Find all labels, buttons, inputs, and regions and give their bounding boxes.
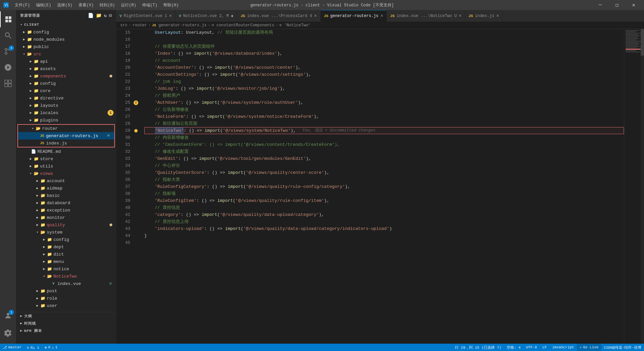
tree-item-noticetwo[interactable]: ▾ 📂 NoticeTwo: [16, 273, 116, 280]
tree-item-aidmap[interactable]: ▶ 📁 aidmap: [16, 185, 116, 192]
tree-item-noticetwo-index[interactable]: V index.vue U: [16, 280, 116, 287]
new-folder-icon[interactable]: 📁: [96, 13, 102, 18]
tab-indexvue-processcard[interactable]: JS index.vue ...\ProcessCard 4 ×: [237, 10, 320, 22]
status-sync[interactable]: ↻ 0△ 1: [24, 344, 42, 351]
title-bar-menu[interactable]: 文件(F) 编辑(E) 选择(S) 查看(V) 转到(G) 运行(R) 终端(T…: [12, 2, 181, 9]
gutter-28: [133, 120, 139, 127]
new-file-icon[interactable]: 📄: [88, 13, 94, 18]
status-encoding[interactable]: UTF-8: [523, 344, 540, 351]
tree-item-node-modules[interactable]: ▶ 📁 node_modules: [16, 36, 116, 43]
tree-item-assets[interactable]: ▶ 📁 assets: [16, 65, 116, 72]
breadcrumb-src[interactable]: src: [120, 23, 128, 28]
tree-item-monitor[interactable]: ▶ 📁 monitor: [16, 214, 116, 221]
tree-item-post[interactable]: ▶ 📁 post: [16, 287, 116, 295]
tab-close[interactable]: ×: [314, 14, 317, 18]
sidebar-actions[interactable]: 📄 📁 ↻ ⊟: [88, 13, 112, 18]
tree-item-src-config[interactable]: ▶ 📁 config: [16, 80, 116, 87]
tree-item-api[interactable]: ▶ 📁 api: [16, 58, 116, 65]
tab-bar[interactable]: V RightContent.vue 1 × V NoticeIcon.vue …: [116, 10, 644, 22]
tree-item-sys-config[interactable]: ▶ 📁 config: [16, 236, 116, 243]
tree-item-components[interactable]: ▶ 📁 components: [16, 72, 116, 80]
breadcrumb-constant[interactable]: ⊙ constantRouterComponents: [212, 23, 274, 28]
tree-item-account[interactable]: ▶ 📁 account: [16, 177, 116, 185]
tab-close[interactable]: ×: [169, 14, 172, 18]
activity-search[interactable]: [0, 27, 16, 43]
tree-item-index-js[interactable]: JS index.js: [18, 139, 114, 147]
tree-item-menu[interactable]: ▶ 📁 menu: [16, 258, 116, 265]
tree-item-quality[interactable]: ▶ 📁 quality: [16, 221, 116, 229]
tree-item-system[interactable]: ▾ 📂 system: [16, 229, 116, 236]
status-spaces[interactable]: 空格: 4: [504, 344, 523, 351]
activity-git[interactable]: 4: [0, 43, 16, 59]
tree-item-src[interactable]: ▾ 📂 src: [16, 50, 116, 58]
tree-item-public[interactable]: ▶ 📁 public: [16, 43, 116, 50]
tab-close[interactable]: ×: [380, 14, 383, 18]
status-position[interactable]: 行 29，列 15 (已选择 7): [452, 344, 504, 351]
menu-terminal[interactable]: 终端(T): [140, 2, 160, 9]
tab-indexvue-noticetwo[interactable]: JS index.vue ...\NoticeTwo U ×: [387, 10, 465, 22]
activity-account[interactable]: 1: [0, 308, 16, 324]
status-language[interactable]: JavaScript: [549, 344, 577, 351]
tree-item-locales[interactable]: ▶ 📁 locales 1: [16, 109, 116, 116]
tab-noticeicon[interactable]: V NoticeIcon.vue 2, M ●: [176, 10, 237, 22]
tree-item-databoard[interactable]: ▶ 📁 databoard: [16, 199, 116, 207]
tree-item-config[interactable]: ▶ 📁 config: [16, 28, 116, 36]
code-content[interactable]: UserLayout: UserLayout, // 登陆注册页面的通用布局 /…: [139, 29, 624, 344]
tree-item-role[interactable]: ▶ 📁 role: [16, 295, 116, 302]
status-go-live[interactable]: ⚡ Go Live: [577, 344, 601, 351]
tree-item-utils[interactable]: ▶ 📁 utils: [16, 162, 116, 170]
tab-close[interactable]: ●: [231, 14, 233, 18]
menu-edit[interactable]: 编辑(E): [33, 2, 54, 9]
tree-item-basic[interactable]: ▶ 📁 basic: [16, 192, 116, 199]
tree-item-npm[interactable]: ▶ NPM 脚本: [16, 327, 116, 334]
tree-item-exception[interactable]: ▶ 📁 exception: [16, 207, 116, 214]
tree-item-router[interactable]: ▾ 📂 router: [18, 125, 114, 132]
tab-close[interactable]: ×: [496, 14, 499, 18]
tree-item-dept[interactable]: ▶ 📁 dept: [16, 243, 116, 251]
status-csdn[interactable]: CSDN@传送·结作·佳博: [601, 344, 644, 351]
activity-extensions[interactable]: [0, 75, 16, 91]
refresh-icon[interactable]: ↻: [104, 13, 107, 18]
breadcrumb-router[interactable]: router: [133, 23, 147, 28]
menu-run[interactable]: 运行(R): [118, 2, 139, 9]
tree-item-timeline[interactable]: ▶ 时间线: [16, 320, 116, 327]
menu-help[interactable]: 帮助(H): [161, 2, 181, 9]
tree-item-user[interactable]: ▶ 📁 user: [16, 302, 116, 309]
activity-settings[interactable]: [0, 325, 16, 341]
tree-item-dict[interactable]: ▶ 📁 dict: [16, 251, 116, 258]
minimize-button[interactable]: ─: [593, 0, 608, 10]
tab-close[interactable]: ×: [459, 14, 461, 18]
tree-item-readme[interactable]: 📄 README.md: [16, 148, 116, 155]
tree-item-plugins[interactable]: ▶ 📁 plugins: [16, 116, 116, 124]
tree-item-outline[interactable]: ▶ 大纲: [16, 312, 116, 320]
tree-item-store[interactable]: ▶ 📁 store: [16, 155, 116, 162]
menu-goto[interactable]: 转到(G): [97, 2, 118, 9]
tree-item-core[interactable]: ▶ 📁 core: [16, 87, 116, 94]
title-bar-controls[interactable]: ─ ◻ ✕: [593, 0, 641, 10]
scrollbar-thumb[interactable]: [641, 29, 644, 56]
tab-generator-routers[interactable]: JS generator-routers.js ×: [321, 10, 387, 22]
collapse-icon[interactable]: ⊟: [109, 13, 112, 18]
close-button[interactable]: ✕: [626, 0, 641, 10]
status-errors[interactable]: ⊗ 6 ⚠ 1: [42, 344, 60, 351]
breadcrumb-file[interactable]: JS generator-routers.js: [152, 23, 206, 28]
restore-button[interactable]: ◻: [609, 0, 625, 10]
tree-item-notice[interactable]: ▶ 📁 notice: [16, 265, 116, 273]
sync-icon: ↻: [27, 345, 29, 350]
activity-debug[interactable]: [0, 59, 16, 75]
status-line-ending[interactable]: LF: [540, 344, 549, 351]
tree-item-directive[interactable]: ▶ 📁 directive: [16, 94, 116, 102]
tab-indexjs[interactable]: JS index.js ×: [465, 10, 503, 22]
menu-view[interactable]: 查看(V): [76, 2, 97, 9]
client-section[interactable]: ▾ CLIENT: [16, 21, 116, 28]
menu-file[interactable]: 文件(F): [12, 2, 33, 9]
menu-select[interactable]: 选择(S): [54, 2, 75, 9]
tab-rightcontent[interactable]: V RightContent.vue 1 ×: [116, 10, 176, 22]
tree-item-layouts[interactable]: ▶ 📁 layouts: [16, 102, 116, 109]
tree-item-generator-routers[interactable]: JS generator-routers.js M: [18, 132, 114, 139]
status-branch[interactable]: ⎇ master: [0, 344, 24, 351]
tree-item-views[interactable]: ▾ 📂 views: [16, 170, 116, 177]
breadcrumb-noticetwo[interactable]: ⊙ 'NoticeTwo': [279, 23, 311, 28]
activity-explorer[interactable]: [0, 11, 16, 27]
scrollbar-track[interactable]: [641, 29, 644, 344]
